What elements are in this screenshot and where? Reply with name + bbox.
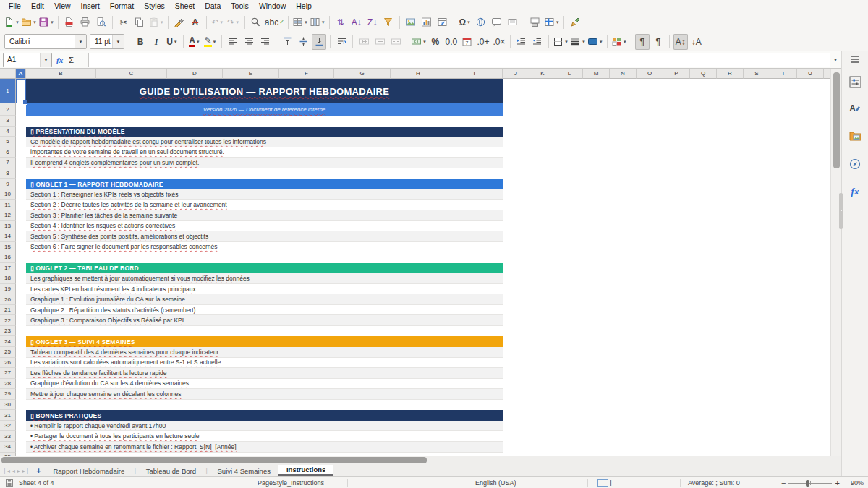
align-center-icon[interactable] — [242, 34, 256, 50]
format-percent-icon[interactable]: % — [428, 34, 443, 50]
bold-icon[interactable]: B — [133, 34, 148, 50]
sort-icon[interactable]: ⇅ — [333, 14, 348, 30]
styles-icon[interactable]: A — [842, 103, 868, 114]
borders-dropdown-icon[interactable]: ▼ — [564, 40, 569, 44]
insert-image-icon[interactable] — [404, 14, 418, 30]
underline-dropdown-icon[interactable]: ▼ — [174, 40, 178, 44]
row-header-32[interactable]: 32 — [0, 421, 16, 432]
menu-sheet[interactable]: Sheet — [170, 0, 200, 12]
column-header-K[interactable]: K — [529, 69, 556, 79]
freeze-rows-columns-icon[interactable]: ▼ — [544, 14, 560, 30]
fill-handle[interactable] — [22, 100, 27, 105]
menu-format[interactable]: Format — [105, 0, 139, 12]
menu-data[interactable]: Data — [200, 0, 226, 12]
cell-band[interactable]: Graphique d'évolution du CA sur les 4 de… — [26, 379, 503, 390]
cut-icon[interactable]: ✂ — [116, 14, 131, 30]
delete-decimal-icon[interactable]: .0× — [492, 34, 506, 50]
conditional-formatting-dropdown-icon[interactable]: ▼ — [623, 40, 627, 44]
row-cells[interactable]: ▯ ONGLET 1 — RAPPORT HEBDOMADAIRE — [16, 179, 830, 189]
cell-band[interactable]: ▯ ONGLET 2 — TABLEAU DE BORD — [26, 263, 503, 274]
highlighting-color-icon[interactable]: ✎▼ — [203, 34, 218, 50]
export-pdf-icon[interactable] — [62, 14, 77, 30]
column-header-O[interactable]: O — [637, 69, 663, 79]
menu-help[interactable]: Help — [291, 0, 317, 12]
cell-band[interactable]: Les flèches de tendance facilitent la le… — [26, 368, 503, 379]
cell-band[interactable]: Section 1 : Renseigner les KPIs réels vs… — [26, 189, 503, 200]
row-cells[interactable] — [16, 326, 830, 337]
insert-rows-icon[interactable]: ▼ — [292, 14, 308, 30]
font-color-dropdown-icon[interactable]: ▼ — [196, 40, 200, 44]
clone-formatting-icon[interactable] — [172, 14, 187, 30]
cell-band[interactable]: Graphique 1 : Évolution journalière du C… — [26, 294, 503, 305]
column-header-H[interactable]: H — [391, 69, 446, 79]
column-header-I[interactable]: I — [446, 69, 503, 79]
row-cells[interactable]: Les variations sont calculées automatiqu… — [16, 358, 830, 369]
row-header-30[interactable]: 30 — [0, 400, 16, 411]
vertical-scrollbar-thumb[interactable] — [833, 72, 840, 168]
column-header-partial[interactable] — [824, 69, 830, 79]
row-header-26[interactable]: 26 — [0, 358, 16, 369]
row-cells[interactable]: Section 4 : Identifier les risques et ac… — [16, 221, 830, 231]
row-cells[interactable]: Les cartes KPI en haut résument les 4 in… — [16, 284, 830, 295]
special-character-dropdown-icon[interactable]: ▼ — [467, 20, 471, 25]
row-header-20[interactable]: 20 — [0, 294, 16, 305]
next-sheet-icon[interactable]: ▸ — [17, 468, 20, 474]
menu-edit[interactable]: Edit — [26, 0, 49, 12]
row-header-6[interactable]: 6 — [0, 147, 16, 158]
insert-hyperlink-icon[interactable] — [474, 14, 488, 30]
row-cells[interactable]: Graphique 1 : Évolution journalière du C… — [16, 294, 830, 305]
font-color-icon[interactable]: A▼ — [187, 34, 202, 50]
row-cells[interactable]: ▯ PRÉSENTATION DU MODÈLE — [16, 127, 830, 137]
right-to-left-icon[interactable]: ¶ — [651, 34, 665, 50]
row-header-29[interactable]: 29 — [0, 389, 16, 400]
row-header-1[interactable]: 1 — [0, 79, 16, 103]
redo-dropdown-icon[interactable]: ▼ — [235, 20, 239, 25]
open-file-dropdown-icon[interactable]: ▼ — [33, 20, 37, 25]
borders-icon[interactable]: ▼ — [553, 34, 569, 50]
row-cells[interactable]: GUIDE D'UTILISATION — RAPPORT HEBDOMADAI… — [16, 79, 830, 103]
print-icon[interactable] — [78, 14, 93, 30]
open-file-icon[interactable]: ▼ — [21, 14, 37, 30]
row-cells[interactable]: Mettre à jour chaque semaine en décalant… — [16, 389, 830, 400]
background-color-dropdown-icon[interactable]: ▼ — [599, 40, 603, 44]
row-header-19[interactable]: 19 — [0, 284, 16, 295]
sheet-tab-instructions[interactable]: Instructions — [278, 465, 333, 476]
column-header-T[interactable]: T — [770, 69, 797, 79]
sheet-tab-suivi-4-semaines[interactable]: Suivi 4 Semaines — [210, 465, 278, 476]
row-cells[interactable] — [16, 116, 830, 127]
zoom-out-icon[interactable]: − — [781, 479, 786, 487]
row-cells[interactable]: Il comprend 4 onglets complémentaires po… — [16, 158, 830, 168]
undo-dropdown-icon[interactable]: ▼ — [219, 20, 224, 25]
cell-band[interactable]: Graphique 3 : Comparaison Objectifs vs R… — [26, 315, 503, 326]
column-header-S[interactable]: S — [744, 69, 770, 79]
row-header-5[interactable]: 5 — [0, 137, 16, 147]
row-header-4[interactable]: 4 — [0, 127, 16, 137]
column-header-E[interactable]: E — [223, 69, 279, 79]
clear-formatting-icon[interactable]: A — [188, 14, 203, 30]
previous-sheet-icon[interactable]: ◂ — [12, 468, 15, 474]
cell-band[interactable]: Graphique 2 : Répartition des statuts d'… — [26, 305, 503, 316]
cell-band[interactable]: Section 4 : Identifier les risques et ac… — [26, 221, 503, 231]
cell-band[interactable]: GUIDE D'UTILISATION — RAPPORT HEBDOMADAI… — [26, 79, 503, 103]
row-cells[interactable]: ▯ ONGLET 2 — TABLEAU DE BORD — [16, 263, 830, 274]
row-header-24[interactable]: 24 — [0, 336, 16, 347]
sort-ascending-icon[interactable]: A↓ — [349, 14, 364, 30]
row-cells[interactable]: Les graphiques se mettent à jour automat… — [16, 273, 830, 284]
name-box-dropdown-icon[interactable]: ▼ — [40, 53, 51, 67]
sidebar-menu-icon[interactable] — [842, 55, 868, 64]
sidebar-resize-grip[interactable] — [839, 193, 843, 229]
menu-styles[interactable]: Styles — [139, 0, 170, 12]
row-header-13[interactable]: 13 — [0, 221, 16, 231]
row-header-9[interactable]: 9 — [0, 179, 16, 189]
cell-band[interactable]: importantes de votre semaine de travail … — [26, 147, 503, 158]
column-header-U[interactable]: U — [797, 69, 824, 79]
align-left-icon[interactable] — [226, 34, 240, 50]
cell-band[interactable]: Il comprend 4 onglets complémentaires po… — [26, 158, 503, 168]
function-wizard-icon[interactable]: fx — [56, 56, 63, 64]
format-date-icon[interactable]: 7 — [460, 34, 475, 50]
row-header-14[interactable]: 14 — [0, 231, 16, 242]
row-header-33[interactable]: 33 — [0, 431, 16, 442]
font-name-dropdown-icon[interactable]: ▼ — [75, 35, 86, 48]
row-header-27[interactable]: 27 — [0, 368, 16, 379]
center-vertically-icon[interactable] — [296, 34, 310, 50]
